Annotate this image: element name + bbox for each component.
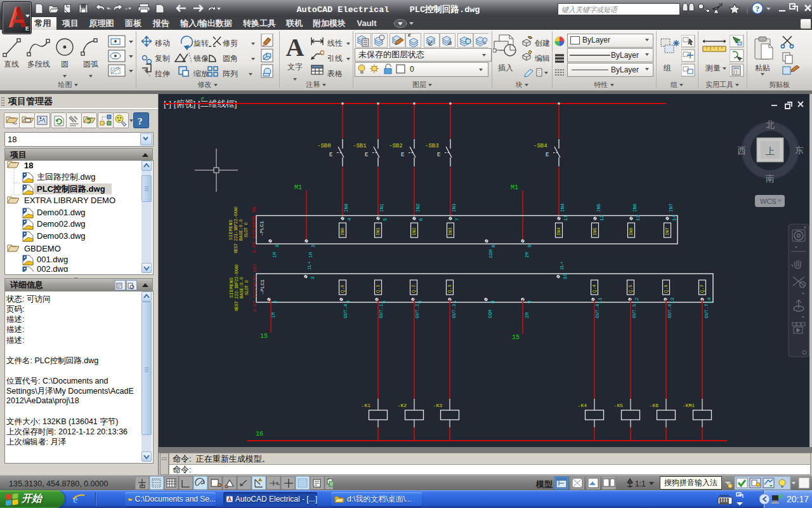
svg-text:Q.2: Q.2 [411, 284, 416, 293]
svg-text:3: 3 [310, 276, 315, 279]
svg-text:Q.7: Q.7 [700, 284, 705, 293]
svg-text:OUT.0: OUT.0 [343, 304, 348, 318]
svg-text:OUT.6: OUT.6 [667, 304, 672, 318]
svg-text:OUT.3: OUT.3 [452, 304, 457, 318]
svg-text:8: 8 [490, 244, 496, 248]
svg-text:IN0: IN0 [344, 203, 349, 212]
svg-text:IN5: IN5 [596, 203, 601, 212]
svg-text:-SB0: -SB0 [317, 143, 331, 149]
svg-text:IN7: IN7 [665, 227, 670, 236]
svg-text:15: 15 [260, 333, 268, 340]
svg-text:-SB1: -SB1 [353, 143, 367, 149]
svg-text:IN5: IN5 [593, 227, 598, 236]
svg-text:-K5: -K5 [614, 403, 624, 408]
svg-text:Demo03.dwg: Demo03.dwg [37, 231, 86, 241]
svg-text:3: 3 [274, 244, 280, 248]
svg-text:WCS: WCS [760, 197, 776, 205]
svg-text:SIEMENS: SIEMENS [228, 220, 233, 240]
svg-text:COM: COM [488, 309, 493, 318]
svg-text:IN6: IN6 [632, 203, 638, 212]
svg-text:11: 11 [563, 215, 568, 221]
svg-text:南: 南 [766, 173, 775, 184]
svg-text:-K2: -K2 [398, 403, 407, 408]
svg-text:8: 8 [490, 300, 495, 304]
svg-text:E: E [365, 152, 368, 158]
svg-text:Demo01.dwg: Demo01.dwg [37, 208, 86, 217]
svg-text:北: 北 [766, 119, 775, 130]
svg-text:5: 5 [382, 218, 388, 221]
svg-text:Q.6: Q.6 [664, 284, 669, 293]
svg-text:E: E [546, 152, 549, 158]
svg-text:Q.4: Q.4 [592, 284, 597, 293]
svg-text:11: 11 [597, 297, 603, 304]
svg-text:OUT.5: OUT.5 [632, 304, 637, 318]
svg-text:Q.1: Q.1 [376, 284, 381, 293]
svg-text:-SB4: -SB4 [534, 143, 547, 149]
svg-text:M1: M1 [511, 184, 518, 191]
svg-text:002.dwg: 002.dwg [37, 264, 68, 272]
svg-text:7: 7 [454, 300, 459, 304]
svg-text:1M: 1M [271, 312, 276, 318]
svg-text:2M: 2M [525, 312, 530, 318]
svg-text:SLOT 0: SLOT 0 [244, 222, 249, 237]
svg-text:E: E [437, 152, 440, 158]
svg-text:0: 0 [410, 65, 414, 74]
svg-text:-K1: -K1 [362, 403, 371, 408]
svg-text:6: 6 [417, 300, 422, 304]
svg-text:6ES7 222-1BF22-0XA0: 6ES7 222-1BF22-0XA0 [234, 264, 239, 311]
svg-text:GBDEMO: GBDEMO [24, 244, 61, 253]
svg-text:E: E [329, 152, 332, 158]
svg-text:-K6: -K6 [650, 403, 659, 408]
svg-text:9: 9 [527, 300, 532, 304]
svg-text:6: 6 [418, 218, 424, 221]
svg-text:IN1: IN1 [376, 227, 381, 236]
svg-text:13: 13 [669, 297, 675, 304]
svg-text:2M: 2M [525, 251, 530, 258]
svg-text:8-PT DISCRETE IN: 8-PT DISCRETE IN [252, 207, 257, 253]
svg-text:IN3: IN3 [452, 203, 457, 212]
svg-text:?: ? [138, 116, 143, 126]
svg-text:2L+: 2L+ [560, 261, 565, 270]
svg-text:15: 15 [512, 334, 520, 341]
svg-text:12: 12 [599, 215, 605, 221]
svg-text:IN3: IN3 [448, 227, 453, 236]
svg-text:1M: 1M [308, 251, 313, 258]
svg-text:Q.3: Q.3 [447, 284, 452, 293]
svg-text:Demo02.dwg: Demo02.dwg [37, 219, 86, 229]
svg-text:EXTRA LIBRARY DEMO: EXTRA LIBRARY DEMO [24, 196, 115, 205]
svg-text:4: 4 [345, 300, 351, 304]
svg-text:14: 14 [706, 297, 712, 304]
svg-text:14: 14 [671, 215, 677, 221]
svg-text:E: E [25, 25, 29, 32]
svg-text:OUT.1: OUT.1 [379, 304, 384, 318]
svg-text:e: e [73, 493, 78, 505]
svg-text:6ES7 221-1BF22-0XA0: 6ES7 221-1BF22-0XA0 [233, 206, 239, 253]
svg-text:3: 3 [310, 244, 316, 248]
svg-text:1M: 1M [272, 251, 277, 258]
svg-text:2: 2 [273, 300, 278, 304]
svg-text:-KM1: -KM1 [683, 403, 695, 408]
svg-text:IN4: IN4 [556, 227, 561, 236]
svg-text:E: E [401, 152, 404, 158]
svg-text:主回路控制.dwg: 主回路控制.dwg [37, 172, 95, 182]
svg-text:PLC控制回路.dwg: PLC控制回路.dwg [37, 184, 105, 194]
svg-text:-K3: -K3 [433, 403, 443, 408]
svg-text:东: 东 [795, 145, 804, 155]
svg-text:OUT.4: OUT.4 [595, 304, 600, 318]
svg-text:SIEMENS: SIEMENS [229, 277, 234, 298]
svg-text:Q.0: Q.0 [340, 284, 345, 293]
svg-text:M1: M1 [294, 184, 302, 191]
svg-text:IN7: IN7 [669, 203, 674, 212]
svg-text:上: 上 [766, 145, 775, 156]
svg-text:BASE:0.0: BASE:0.0 [239, 219, 244, 241]
svg-text:001.dwg: 001.dwg [37, 255, 68, 264]
svg-text:OUT.7: OUT.7 [704, 304, 709, 318]
svg-text:IN2: IN2 [416, 203, 421, 212]
svg-text:IN1: IN1 [379, 203, 384, 212]
svg-text:8-PT DISCRETE OUT: 8-PT DISCRETE OUT [252, 264, 258, 312]
svg-text:COM: COM [488, 249, 494, 258]
svg-text:1:1: 1:1 [635, 479, 646, 488]
svg-text:IN2: IN2 [412, 227, 417, 236]
svg-text:5: 5 [381, 300, 386, 304]
svg-text:IN6: IN6 [629, 227, 634, 236]
